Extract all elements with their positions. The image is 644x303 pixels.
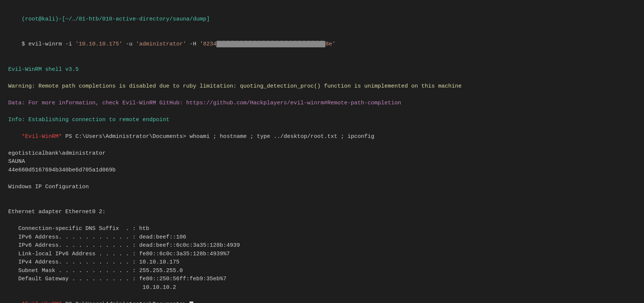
- blank-line-7: [8, 200, 636, 208]
- blank-line-8: [8, 217, 636, 225]
- prompt-bracket-open: (: [22, 16, 25, 22]
- ps-label: PS C:\Users\Administrator\Documents>: [62, 133, 190, 140]
- dns-suffix-line: Connection-specific DNS Suffix . : htb: [8, 225, 636, 233]
- ipv6-addr-1: IPv6 Address. . . . . . . . . . . : dead…: [8, 233, 636, 242]
- root-flag: 44e660d5167694b340be6d705a1d069b: [8, 166, 636, 175]
- ps-command: whoami ; hostname ; type ../desktop/root…: [190, 133, 374, 140]
- final-evil-winrm-label: *Evil-WinRM*: [22, 301, 62, 303]
- ethernet-header: Ethernet adapter Ethernet0 2:: [8, 208, 636, 217]
- command-line: $ evil-winrm -i '10.10.10.175' -u 'admin…: [8, 32, 636, 57]
- blank-line-1: [8, 57, 636, 66]
- ipv6-addr-2: IPv6 Address. . . . . . . . . . . : dead…: [8, 242, 636, 250]
- prompt-user-host: root@kali: [25, 16, 55, 22]
- prompt-bracket-end: ]: [206, 16, 210, 22]
- windows-ip-config: Windows IP Configuration: [8, 183, 636, 192]
- ip-arg: '10.10.10.175': [75, 41, 122, 47]
- blank-line-3: [8, 91, 636, 99]
- prompt-path-line: (root@kali)-[~/…/01-htb/010-active-direc…: [8, 7, 636, 32]
- ps-command-line: *Evil-WinRM* PS C:\Users\Administrator\D…: [8, 124, 636, 149]
- data-line: Data: For more information, check Evil-W…: [8, 99, 636, 108]
- warning-line: Warning: Remote path completions is disa…: [8, 82, 636, 91]
- default-gateway-2: 10.10.10.2: [8, 284, 636, 292]
- info-line: Info: Establishing connection to remote …: [8, 116, 636, 124]
- prompt-path: ~/…/01-htb/010-active-directory/sauna/du…: [65, 16, 206, 22]
- final-ps-label: PS C:\Users\Administrator\Documents>: [62, 301, 190, 303]
- terminal-cursor: [190, 302, 193, 303]
- blank-line-2: [8, 74, 636, 82]
- blank-line-4: [8, 107, 636, 116]
- link-local-ipv6: Link-local IPv6 Address . . . . . : fe80…: [8, 250, 636, 259]
- cmd-h: -H: [186, 41, 200, 47]
- blank-line-5: [8, 174, 636, 183]
- final-prompt-line[interactable]: *Evil-WinRM* PS C:\Users\Administrator\D…: [8, 292, 636, 303]
- hostname-result: SAUNA: [8, 158, 636, 166]
- command-text: evil-winrm -i: [28, 41, 75, 47]
- evil-winrm-prompt: *Evil-WinRM*: [22, 133, 62, 140]
- ipv4-addr: IPv4 Address. . . . . . . . . . . : 10.1…: [8, 258, 636, 267]
- user-arg: 'administrator': [136, 41, 186, 47]
- subnet-mask: Subnet Mask . . . . . . . . . . . : 255.…: [8, 267, 636, 275]
- dollar-sign: $: [22, 41, 28, 47]
- whoami-result: egotisticalbank\administrator: [8, 149, 636, 158]
- blank-line-6: [8, 191, 636, 200]
- terminal-window: (root@kali)-[~/…/01-htb/010-active-direc…: [8, 7, 636, 303]
- version-line: Evil-WinRM shell v3.5: [8, 66, 636, 74]
- hash-arg: '8234████████████████████████8e': [200, 41, 335, 47]
- prompt-bracket-close: )-[: [55, 16, 65, 22]
- cmd-space: -u: [122, 41, 136, 47]
- default-gateway-1: Default Gateway . . . . . . . . . : fe80…: [8, 275, 636, 284]
